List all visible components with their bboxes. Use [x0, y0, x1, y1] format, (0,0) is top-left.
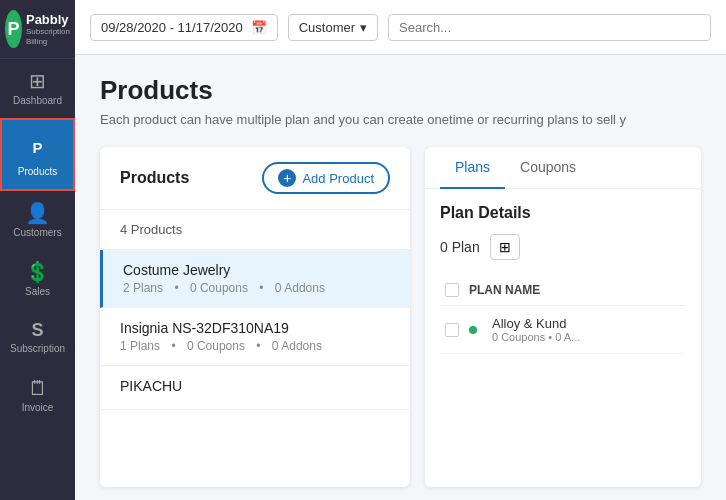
add-product-label: Add Product	[302, 171, 374, 186]
product-coupons-0: •	[174, 281, 182, 295]
logo-circle: P	[5, 10, 22, 48]
product-item-0[interactable]: Costume Jewelry 2 Plans • 0 Coupons • 0 …	[100, 250, 410, 308]
tab-coupons[interactable]: Coupons	[505, 147, 591, 189]
content-row: Products + Add Product 4 Products Costum…	[100, 147, 701, 487]
customers-icon: 👤	[25, 203, 50, 223]
date-range-text: 09/28/2020 - 11/17/2020	[101, 20, 243, 35]
sidebar: P Pabbly Subscription Billing ⊞ Dashboar…	[0, 0, 75, 500]
products-icon-circle: P	[23, 132, 53, 162]
product-meta-1: 1 Plans • 0 Coupons • 0 Addons	[120, 339, 390, 353]
brand-sub: Subscription Billing	[26, 27, 70, 46]
page-title: Products	[100, 75, 701, 106]
sidebar-label-products: Products	[18, 166, 57, 177]
sidebar-label-customers: Customers	[13, 227, 61, 238]
plan-name-column-header: PLAN NAME	[469, 283, 540, 297]
main-content: 09/28/2020 - 11/17/2020 📅 Customer ▾ Pro…	[75, 0, 726, 500]
tab-plans[interactable]: Plans	[440, 147, 505, 189]
active-dot-0	[469, 326, 477, 334]
page-content: Products Each product can have multiple …	[75, 55, 726, 500]
sidebar-label-subscription: Subscription	[10, 343, 65, 354]
logo-text: Pabbly Subscription Billing	[26, 12, 70, 47]
sidebar-label-invoice: Invoice	[22, 402, 54, 413]
subscription-icon: S	[31, 321, 43, 339]
sidebar-item-customers[interactable]: 👤 Customers	[0, 191, 75, 250]
plan-row-name-0: Alloy & Kund	[492, 316, 681, 331]
product-plans-0: 2 Plans	[123, 281, 163, 295]
plan-row-meta-0: 0 Coupons • 0 A...	[492, 331, 681, 343]
brand-name: Pabbly	[26, 12, 70, 28]
topbar: 09/28/2020 - 11/17/2020 📅 Customer ▾	[75, 0, 726, 55]
products-panel-title: Products	[120, 169, 189, 187]
products-count: 4 Products	[100, 210, 410, 250]
plan-count-text: 0 Plan	[440, 239, 480, 255]
product-list: Costume Jewelry 2 Plans • 0 Coupons • 0 …	[100, 250, 410, 487]
calendar-icon: 📅	[251, 20, 267, 35]
product-name-0: Costume Jewelry	[123, 262, 390, 278]
product-name-1: Insignia NS-32DF310NA19	[120, 320, 390, 336]
customer-dropdown[interactable]: Customer ▾	[288, 14, 378, 41]
products-panel: Products + Add Product 4 Products Costum…	[100, 147, 410, 487]
plan-count-row: 0 Plan ⊞	[440, 234, 686, 260]
plans-panel: Plans Coupons Plan Details 0 Plan ⊞	[425, 147, 701, 487]
sidebar-item-subscription[interactable]: S Subscription	[0, 309, 75, 366]
product-meta-0: 2 Plans • 0 Coupons • 0 Addons	[123, 281, 390, 295]
sidebar-item-products[interactable]: P Products	[0, 118, 75, 191]
dashboard-icon: ⊞	[29, 71, 46, 91]
plans-content: Plan Details 0 Plan ⊞ PLAN NAME	[425, 189, 701, 487]
plans-tabs: Plans Coupons	[425, 147, 701, 189]
dropdown-label: Customer	[299, 20, 355, 35]
plan-table-header: PLAN NAME	[440, 275, 686, 306]
plan-icon-button[interactable]: ⊞	[490, 234, 520, 260]
page-subtitle: Each product can have multiple plan and …	[100, 112, 701, 127]
plan-row-info: Alloy & Kund 0 Coupons • 0 A...	[492, 316, 681, 343]
product-name-2: PIKACHU	[120, 378, 390, 394]
date-range-picker[interactable]: 09/28/2020 - 11/17/2020 📅	[90, 14, 278, 41]
sales-icon: 💲	[25, 262, 50, 282]
sidebar-item-sales[interactable]: 💲 Sales	[0, 250, 75, 309]
plus-icon: +	[278, 169, 296, 187]
sidebar-label-dashboard: Dashboard	[13, 95, 62, 106]
plan-table-icon: ⊞	[499, 239, 511, 255]
sidebar-item-invoice[interactable]: 🗒 Invoice	[0, 366, 75, 425]
products-panel-header: Products + Add Product	[100, 147, 410, 210]
plan-details-title: Plan Details	[440, 204, 686, 222]
chevron-down-icon: ▾	[360, 20, 367, 35]
search-input[interactable]	[388, 14, 711, 41]
invoice-icon: 🗒	[28, 378, 48, 398]
sidebar-logo: P Pabbly Subscription Billing	[0, 0, 75, 59]
row-checkbox-0[interactable]	[445, 323, 459, 337]
sidebar-label-sales: Sales	[25, 286, 50, 297]
product-item-1[interactable]: Insignia NS-32DF310NA19 1 Plans • 0 Coup…	[100, 308, 410, 366]
product-item-2[interactable]: PIKACHU	[100, 366, 410, 410]
header-checkbox[interactable]	[445, 283, 459, 297]
add-product-button[interactable]: + Add Product	[262, 162, 390, 194]
plan-row-0[interactable]: Alloy & Kund 0 Coupons • 0 A...	[440, 306, 686, 354]
sidebar-item-dashboard[interactable]: ⊞ Dashboard	[0, 59, 75, 118]
